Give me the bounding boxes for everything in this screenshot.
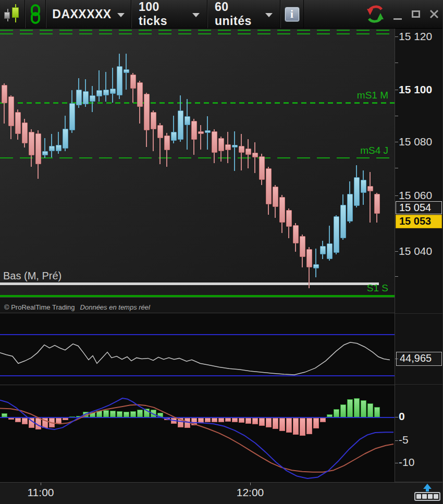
candle-body <box>232 145 238 147</box>
candle-body <box>374 194 380 214</box>
candle-body <box>171 132 177 141</box>
candle-body <box>245 149 251 155</box>
candle-wick <box>207 116 208 150</box>
candle-body <box>83 91 89 104</box>
price-axis: 15 120 15 100 15 080 15 060 15 040 15 05… <box>395 29 443 482</box>
timeframe-dropdown[interactable]: 100 ticks <box>131 0 207 28</box>
level-line <box>0 33 395 34</box>
candle-body <box>347 194 353 222</box>
level-label: S1 S <box>367 282 388 294</box>
axis-tick <box>395 36 398 37</box>
candle-body <box>198 131 204 134</box>
copyright-note: Données en temps réel <box>80 303 150 311</box>
candle-body <box>306 249 312 267</box>
candle-body <box>327 243 333 259</box>
candle-body <box>110 89 116 94</box>
candle-body <box>178 110 183 140</box>
price-tick: 15 080 <box>399 136 432 148</box>
candle-body <box>49 146 55 151</box>
price-tick: 15 040 <box>399 245 432 257</box>
candle-body <box>205 130 211 133</box>
toolbar: DAXXXXX 100 ticks 60 unités i <box>0 0 443 29</box>
instrument-dropdown[interactable]: DAXXXXX <box>46 0 131 28</box>
candle-chart[interactable]: mS1 MmS4 JBas (M, Pré)S1 S <box>0 29 395 297</box>
axis-tick <box>395 440 398 441</box>
candle-body <box>300 236 305 257</box>
candlestick-icon <box>1 2 24 26</box>
panel-squares-icon <box>414 492 440 501</box>
candle-body <box>252 153 258 157</box>
candle-body <box>151 112 156 129</box>
copyright-brand: © ProRealTime Trading <box>4 303 75 311</box>
instrument-label: DAXXXXX <box>52 7 111 21</box>
units-dropdown[interactable]: 60 unités <box>207 0 280 28</box>
macd-axis-label: 0 <box>399 410 405 423</box>
close-button[interactable] <box>425 0 443 28</box>
chevron-down-icon <box>265 13 273 17</box>
level-line-mS1-M <box>0 102 395 104</box>
price-tick: 15 120 <box>399 30 432 43</box>
level-line <box>0 30 395 31</box>
candle-body <box>8 96 14 126</box>
candle-wick <box>315 249 316 277</box>
candle-body <box>239 146 244 153</box>
time-axis: 11:00 12:00 <box>0 482 443 504</box>
arrow-up-icon <box>426 489 429 491</box>
trading-window: DAXXXXX 100 ticks 60 unités i <box>0 0 443 504</box>
units-label: 60 unités <box>215 0 260 28</box>
axis-tick <box>395 276 398 277</box>
axis-tick <box>395 142 398 142</box>
chart-style-button[interactable] <box>0 0 25 28</box>
link-button[interactable] <box>25 0 46 28</box>
candle-body <box>2 85 7 103</box>
minimize-icon <box>393 18 402 20</box>
candle-body <box>218 138 224 151</box>
refresh-button[interactable] <box>362 0 388 28</box>
candle-body <box>157 125 163 138</box>
macd-axis-label: -5 <box>399 434 409 446</box>
macd-lines <box>0 385 395 482</box>
candle-wick <box>200 125 201 150</box>
rsi-panel[interactable] <box>0 313 395 384</box>
copyright-bar: © ProRealTime Trading Données en temps r… <box>0 297 395 313</box>
minimize-button[interactable] <box>388 0 407 28</box>
info-button[interactable]: i <box>280 0 304 28</box>
candle-body <box>103 90 109 95</box>
macd-panel[interactable] <box>0 385 395 482</box>
candle-body <box>212 131 217 153</box>
axis-tick <box>395 417 398 417</box>
maximize-button[interactable] <box>407 0 425 28</box>
expand-toolbar-button[interactable] <box>414 484 440 501</box>
axis-tick <box>395 90 398 90</box>
candle-body <box>225 144 231 150</box>
candle-body <box>313 264 319 268</box>
candle-body <box>130 75 136 89</box>
maximize-icon <box>412 10 420 18</box>
level-label: mS4 J <box>360 145 388 156</box>
candle-body <box>124 69 129 73</box>
candle-body <box>354 177 360 206</box>
candle-body <box>259 156 265 180</box>
last-price-marker: 15 053 <box>396 215 442 228</box>
candle-wick <box>112 68 113 103</box>
close-icon <box>429 9 439 19</box>
macd-axis-label: -10 <box>399 456 414 469</box>
candle-body <box>367 186 373 191</box>
candle-body <box>22 122 28 143</box>
axis-tick <box>395 116 398 116</box>
candle-body <box>191 121 197 140</box>
axis-tick <box>395 463 398 463</box>
chevron-down-icon <box>117 13 125 17</box>
rsi-line <box>0 313 395 384</box>
candle-body <box>334 216 339 253</box>
candle-body <box>96 90 102 96</box>
candle-body <box>320 246 326 254</box>
axis-tick <box>395 168 398 168</box>
candle-body <box>137 82 143 107</box>
candle-body <box>273 187 278 207</box>
level-label: mS1 M <box>357 90 388 101</box>
time-tick <box>250 483 251 485</box>
candle-body <box>340 205 346 238</box>
axis-tick <box>395 359 398 359</box>
price-tick: 15 060 <box>399 189 432 202</box>
